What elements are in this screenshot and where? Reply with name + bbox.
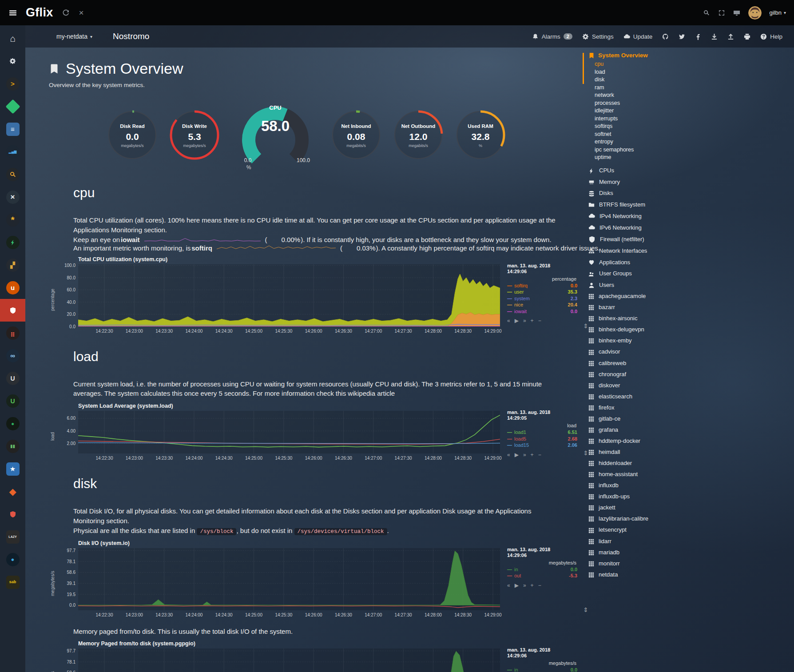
nav-container-mariadb[interactable]: mariadb xyxy=(583,549,707,556)
nav-section-cpus[interactable]: CPUs xyxy=(583,167,707,174)
chart-plot-cpu[interactable]: 14:22:3014:23:0014:23:3014:24:0014:24:30… xyxy=(56,263,503,337)
nav-container-binhex-emby[interactable]: binhex-emby xyxy=(583,337,707,344)
import-button[interactable] xyxy=(727,33,734,40)
nav-container-binhex-airsonic[interactable]: binhex-airsonic xyxy=(583,315,707,322)
nav-subitem-ram[interactable]: ram xyxy=(595,84,707,92)
nav-container-elasticsearch[interactable]: elasticsearch xyxy=(583,393,707,400)
nav-section-ipv4-networking[interactable]: IPv4 Networking xyxy=(583,212,707,219)
nav-container-heimdall[interactable]: heimdall xyxy=(583,449,707,455)
nav-container-lidarr[interactable]: lidarr xyxy=(583,538,707,545)
legend-item-iowait[interactable]: —iowait0.0 xyxy=(507,308,577,315)
nav-section-network-interfaces[interactable]: Network Interfaces xyxy=(583,247,707,254)
nav-section-ipv6-networking[interactable]: IPv6 Networking xyxy=(583,224,707,231)
gauge-disk-write[interactable]: Disk Write5.3megabytes/s xyxy=(169,109,220,163)
sidebar-app-star-icon[interactable]: ★ xyxy=(0,457,25,480)
nav-container-grafana[interactable]: grafana xyxy=(583,426,707,433)
chart-plot-disk[interactable]: 14:22:3014:23:0014:23:3014:24:0014:24:30… xyxy=(56,547,503,620)
chart-pan-backward-button[interactable]: « xyxy=(507,318,510,324)
sidebar-app-u-green-icon[interactable]: U xyxy=(0,390,25,412)
chart-zoom-out-button[interactable]: − xyxy=(538,452,541,458)
sidebar-app-pills-icon[interactable]: ▮▮ xyxy=(0,435,25,457)
legend-item-load15[interactable]: —load152.06 xyxy=(507,442,577,449)
twitter-button[interactable] xyxy=(679,33,685,40)
gauge-disk-read[interactable]: Disk Read0.0megabytes/s xyxy=(107,109,158,163)
sidebar-app-lazy-icon[interactable]: LAZY xyxy=(0,525,25,548)
nav-subitem-softirqs[interactable]: softirqs xyxy=(595,123,707,131)
settings-button[interactable]: Settings xyxy=(582,33,614,40)
legend-item-user[interactable]: —user35.3 xyxy=(507,289,577,295)
sidebar-app-shield-red-icon[interactable] xyxy=(0,503,25,525)
legend-item-nice[interactable]: —nice20.4 xyxy=(507,302,577,308)
sidebar-app-green-dot-icon[interactable]: ● xyxy=(0,412,25,435)
nav-container-hddtemp-docker[interactable]: hddtemp-docker xyxy=(583,437,707,444)
legend-item-system[interactable]: —system2.3 xyxy=(507,295,577,302)
nav-subitem-uptime[interactable]: uptime xyxy=(595,154,707,162)
chart-plot-load[interactable]: 14:22:3014:23:0014:23:3014:24:0014:24:30… xyxy=(56,410,503,464)
chart-plot-pgpgio[interactable]: 14:22:3014:23:0014:23:3014:24:0014:24:30… xyxy=(56,647,503,672)
display-icon[interactable] xyxy=(733,9,740,16)
update-button[interactable]: Update xyxy=(623,33,653,40)
sidebar-app-radarr-icon[interactable]: * xyxy=(0,208,25,231)
nav-subitem-ipc-semaphores[interactable]: ipc semaphores xyxy=(595,146,707,154)
legend-item-out[interactable]: —out-5.3 xyxy=(507,573,577,579)
nav-subitem-idlejitter[interactable]: idlejitter xyxy=(595,107,707,115)
nav-container-bazarr[interactable]: bazarr xyxy=(583,304,707,310)
nav-section-applications[interactable]: Applications xyxy=(583,258,707,266)
nav-container-hiddenloader[interactable]: hiddenloader xyxy=(583,460,707,466)
hamburger-menu-button[interactable] xyxy=(0,0,26,25)
nav-subitem-disk[interactable]: disk xyxy=(595,76,707,84)
nav-subitem-load[interactable]: load xyxy=(595,68,707,76)
chart-zoom-in-button[interactable]: + xyxy=(531,452,534,458)
sidebar-home-icon[interactable]: ⌂ xyxy=(0,27,25,50)
user-menu[interactable]: gilbn ▾ xyxy=(770,9,786,16)
chart-pan-forward-button[interactable]: » xyxy=(523,318,526,324)
chart-play-button[interactable]: ▶ xyxy=(515,582,519,588)
chart-zoom-in-button[interactable]: + xyxy=(531,582,534,588)
alarms-button[interactable]: Alarms 2 xyxy=(532,33,572,40)
refresh-button[interactable] xyxy=(62,9,69,16)
nav-subitem-network[interactable]: network xyxy=(595,91,707,99)
nav-subitem-processes[interactable]: processes xyxy=(595,99,707,107)
export-button[interactable] xyxy=(711,33,718,40)
gauge-cpu[interactable]: CPU58.00.0100.0% xyxy=(231,99,320,173)
sidebar-app-blue-card-icon[interactable]: ≡ xyxy=(0,118,25,140)
legend-item-in[interactable]: —in0.0 xyxy=(507,566,577,573)
chart-resize-handle[interactable]: ⇕ xyxy=(583,606,588,613)
chart-zoom-in-button[interactable]: + xyxy=(531,318,534,324)
softirq-sparkline[interactable] xyxy=(217,244,336,252)
host-dropdown[interactable]: my-netdata ▾ xyxy=(56,33,92,40)
github-button[interactable] xyxy=(662,33,669,40)
nav-container-home-assistant[interactable]: home-assistant xyxy=(583,471,707,477)
sidebar-app-orange-icon[interactable]: u xyxy=(0,276,25,299)
nav-container-influxdb-ups[interactable]: influxdb-ups xyxy=(583,493,707,500)
legend-item-load5[interactable]: —load52.68 xyxy=(507,436,577,442)
sidebar-app-bolt-icon[interactable] xyxy=(0,231,25,254)
avatar[interactable] xyxy=(748,6,762,20)
sidebar-app-netdata-icon[interactable] xyxy=(0,299,25,322)
nav-section-user-groups[interactable]: User Groups xyxy=(583,270,707,277)
sidebar-app-drop-icon[interactable]: ● xyxy=(0,548,25,571)
facebook-button[interactable] xyxy=(695,33,701,40)
chart-pan-backward-button[interactable]: « xyxy=(507,582,510,588)
chart-pan-forward-button[interactable]: » xyxy=(523,582,526,588)
nav-container-firefox[interactable]: firefox xyxy=(583,404,707,411)
nav-item-system-overview[interactable]: System Overview xyxy=(588,52,707,59)
sidebar-app-sab-icon[interactable]: sab xyxy=(0,571,25,593)
sidebar-app-dots-icon[interactable]: ⣶ xyxy=(0,322,25,344)
sidebar-app-green-diamond-icon[interactable] xyxy=(0,95,25,118)
nav-container-lazylibrarian-calibre[interactable]: lazylibrarian-calibre xyxy=(583,515,707,522)
chart-zoom-out-button[interactable]: − xyxy=(538,318,541,324)
close-tab-button[interactable]: × xyxy=(79,8,84,18)
legend-item-load1[interactable]: —load16.51 xyxy=(507,429,577,436)
nav-subitem-interrupts[interactable]: interrupts xyxy=(595,115,707,123)
legend-item-softirq[interactable]: —softirq0.0 xyxy=(507,282,577,289)
nav-subitem-entropy[interactable]: entropy xyxy=(595,138,707,146)
gauge-net-outbound[interactable]: Net Outbound12.0megabits/s xyxy=(393,109,444,163)
nav-container-netdata[interactable]: netdata xyxy=(583,571,707,578)
nav-container-calibreweb[interactable]: calibreweb xyxy=(583,360,707,366)
print-button[interactable] xyxy=(744,33,750,40)
nav-container-influxdb[interactable]: influxdb xyxy=(583,482,707,489)
chart-play-button[interactable]: ▶ xyxy=(515,318,519,324)
nav-container-diskover[interactable]: diskover xyxy=(583,382,707,389)
chart-pan-backward-button[interactable]: « xyxy=(507,452,510,458)
